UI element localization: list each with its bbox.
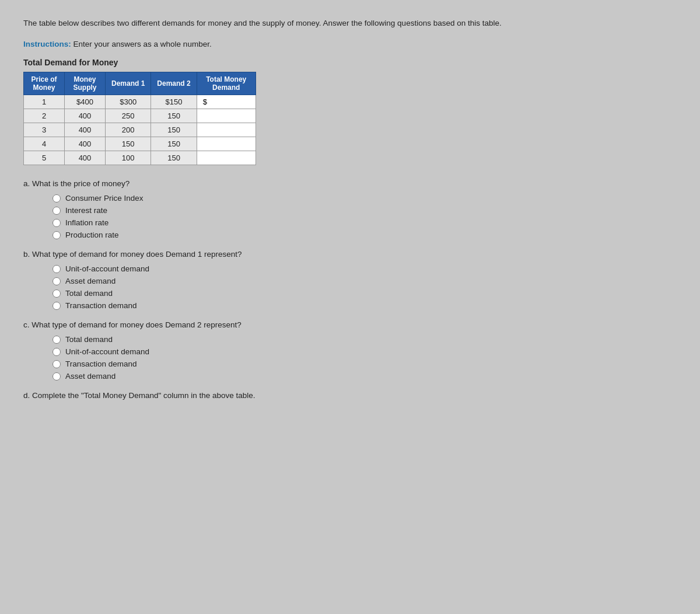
question-c-text: c. What type of demand for money does De… [23, 320, 677, 329]
label-a-4: Production rate [65, 231, 119, 239]
cell-demand2-3: 150 [151, 123, 197, 137]
cell-price-1: 1 [24, 95, 65, 109]
table-row: 1$400$300$150 [24, 95, 256, 109]
col-header-total: Total MoneyDemand [197, 72, 256, 95]
option-a-1[interactable]: Consumer Price Index [52, 194, 677, 203]
option-a-3[interactable]: Inflation rate [52, 218, 677, 227]
option-a-2[interactable]: Interest rate [52, 206, 677, 215]
option-b-3[interactable]: Total demand [52, 289, 677, 298]
total-input-1[interactable] [203, 97, 250, 106]
radio-b-4[interactable] [52, 302, 61, 310]
cell-total-4[interactable] [197, 137, 256, 151]
cell-demand1-1: $300 [106, 95, 151, 109]
cell-demand2-1: $150 [151, 95, 197, 109]
intro-text: The table below describes two different … [23, 18, 548, 29]
label-c-1: Total demand [65, 335, 113, 344]
label-a-1: Consumer Price Index [65, 194, 144, 203]
cell-demand1-2: 250 [106, 109, 151, 123]
radio-b-1[interactable] [52, 265, 61, 273]
cell-supply-1: $400 [65, 95, 106, 109]
instructions-body: Enter your answers as a whole number. [74, 40, 212, 48]
label-a-3: Inflation rate [65, 218, 108, 227]
label-c-2: Unit-of-account demand [65, 347, 149, 356]
cell-total-5[interactable] [197, 151, 256, 165]
label-b-1: Unit-of-account demand [65, 264, 149, 273]
option-c-2[interactable]: Unit-of-account demand [52, 347, 677, 356]
cell-demand1-5: 100 [106, 151, 151, 165]
cell-supply-3: 400 [65, 123, 106, 137]
radio-a-4[interactable] [52, 231, 61, 239]
cell-demand2-4: 150 [151, 137, 197, 151]
question-c: c. What type of demand for money does De… [23, 320, 677, 381]
radio-c-4[interactable] [52, 372, 61, 381]
label-c-4: Asset demand [65, 372, 116, 381]
cell-demand2-2: 150 [151, 109, 197, 123]
question-a-text: a. What is the price of money? [23, 179, 677, 188]
table-row: 2400250150 [24, 109, 256, 123]
question-a-options: Consumer Price IndexInterest rateInflati… [52, 194, 677, 239]
question-b-options: Unit-of-account demandAsset demandTotal … [52, 264, 677, 310]
col-header-price: Price ofMoney [24, 72, 65, 95]
radio-a-1[interactable] [52, 194, 61, 203]
cell-demand1-3: 200 [106, 123, 151, 137]
cell-price-5: 5 [24, 151, 65, 165]
cell-total-3[interactable] [197, 123, 256, 137]
option-c-4[interactable]: Asset demand [52, 372, 677, 381]
money-demand-table: Price ofMoney MoneySupply Demand 1 Deman… [23, 72, 256, 165]
cell-supply-2: 400 [65, 109, 106, 123]
radio-b-2[interactable] [52, 277, 61, 285]
question-d: d. Complete the "Total Money Demand" col… [23, 391, 677, 400]
table-row: 5400100150 [24, 151, 256, 165]
cell-total-2[interactable] [197, 109, 256, 123]
radio-b-3[interactable] [52, 289, 61, 298]
option-a-4[interactable]: Production rate [52, 231, 677, 239]
radio-c-1[interactable] [52, 336, 61, 344]
cell-price-3: 3 [24, 123, 65, 137]
instructions-label: Instructions: [23, 40, 71, 48]
question-b-text: b. What type of demand for money does De… [23, 250, 677, 259]
table-title: Total Demand for Money [23, 58, 677, 67]
cell-price-4: 4 [24, 137, 65, 151]
radio-c-2[interactable] [52, 348, 61, 356]
radio-a-2[interactable] [52, 207, 61, 215]
table-row: 3400200150 [24, 123, 256, 137]
question-c-options: Total demandUnit-of-account demandTransa… [52, 335, 677, 381]
question-a: a. What is the price of money? Consumer … [23, 179, 677, 239]
cell-price-2: 2 [24, 109, 65, 123]
cell-supply-4: 400 [65, 137, 106, 151]
col-header-supply: MoneySupply [65, 72, 106, 95]
cell-supply-5: 400 [65, 151, 106, 165]
cell-total-1[interactable] [197, 95, 256, 109]
label-b-2: Asset demand [65, 277, 116, 285]
cell-demand2-5: 150 [151, 151, 197, 165]
cell-demand1-4: 150 [106, 137, 151, 151]
label-c-3: Transaction demand [65, 360, 137, 368]
radio-c-3[interactable] [52, 360, 61, 368]
instructions: Instructions: Enter your answers as a wh… [23, 40, 677, 48]
label-b-4: Transaction demand [65, 301, 137, 310]
question-b: b. What type of demand for money does De… [23, 250, 677, 310]
radio-a-3[interactable] [52, 219, 61, 227]
col-header-demand2: Demand 2 [151, 72, 197, 95]
option-c-3[interactable]: Transaction demand [52, 360, 677, 368]
option-b-1[interactable]: Unit-of-account demand [52, 264, 677, 273]
total-input-5[interactable] [203, 154, 250, 162]
total-input-4[interactable] [203, 139, 250, 148]
question-d-text: d. Complete the "Total Money Demand" col… [23, 391, 677, 400]
label-a-2: Interest rate [65, 206, 107, 215]
table-row: 4400150150 [24, 137, 256, 151]
option-b-2[interactable]: Asset demand [52, 277, 677, 285]
total-input-3[interactable] [203, 125, 250, 134]
option-c-1[interactable]: Total demand [52, 335, 677, 344]
label-b-3: Total demand [65, 289, 113, 298]
option-b-4[interactable]: Transaction demand [52, 301, 677, 310]
total-input-2[interactable] [203, 111, 250, 120]
col-header-demand1: Demand 1 [106, 72, 151, 95]
